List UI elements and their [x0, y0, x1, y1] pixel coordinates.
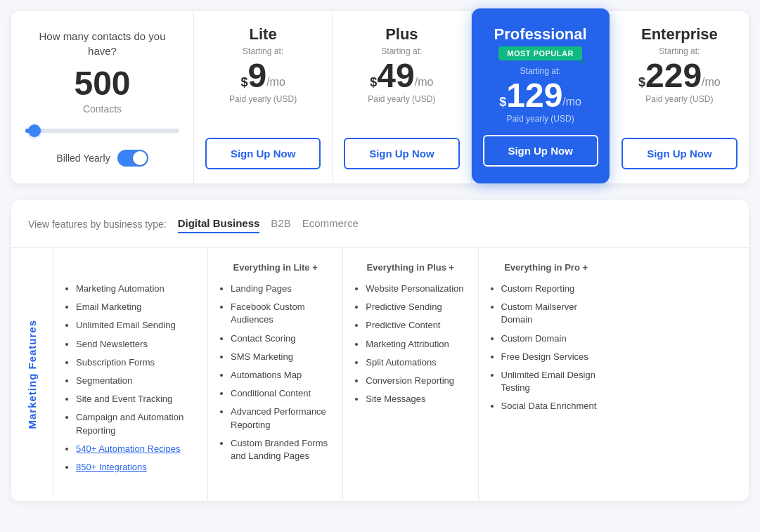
plan-professional-name: Professional [494, 25, 587, 44]
plan-plus: Plus Starting at: $ 49 /mo Paid yearly (… [333, 11, 471, 183]
enterprise-signup-button[interactable]: Sign Up Now [621, 138, 738, 169]
pricing-grid: How many contacts do you have? 500 Conta… [11, 11, 749, 183]
feature-enterprise-header: Everything in Pro + [490, 262, 603, 273]
feature-enterprise-list: Custom Reporting Custom Mailserver Domai… [490, 283, 603, 413]
feature-col-plus: Everything in Lite + Landing Pages Faceb… [208, 248, 343, 501]
contact-selector: How many contacts do you have? 500 Conta… [11, 11, 194, 183]
plan-lite-starting: Starting at: [243, 46, 283, 56]
contact-count: 500 [74, 67, 130, 100]
plan-plus-price-row: $ 49 /mo [370, 59, 433, 93]
features-section: View features by business type: Digital … [11, 200, 749, 501]
plan-plus-dollar: $ [370, 72, 377, 93]
list-item: Predictive Sending [366, 301, 466, 313]
list-item: Custom Reporting [501, 283, 603, 295]
list-item: Campaign and Automation Reporting [76, 411, 196, 436]
feature-lite-list: Marketing Automation Email Marketing Unl… [65, 283, 196, 437]
integrations-link[interactable]: 850+ Integrations [76, 462, 147, 472]
list-item: Marketing Attribution [366, 338, 466, 351]
feature-plus-header: Everything in Lite + [219, 262, 331, 273]
list-item: Landing Pages [231, 283, 331, 295]
automation-recipes-link[interactable]: 540+ Automation Recipes [76, 443, 181, 454]
list-item: Contact Scoring [231, 332, 331, 345]
list-item: Site and Event Tracking [76, 393, 196, 406]
list-item: Custom Domain [501, 332, 603, 345]
plan-plus-mo: /mo [415, 72, 434, 93]
list-item: Email Marketing [76, 301, 196, 313]
plan-enterprise-dollar: $ [638, 72, 645, 93]
contact-question: How many contacts do you have? [25, 29, 179, 58]
list-item: Predictive Content [366, 319, 466, 332]
list-item: Website Personalization [366, 283, 466, 295]
tab-digital-business[interactable]: Digital Business [178, 214, 260, 233]
tab-b2b[interactable]: B2B [271, 214, 290, 233]
list-item: Free Design Services [501, 351, 603, 363]
list-item: Social Data Enrichment [501, 400, 603, 413]
plan-professional-mo: /mo [562, 92, 581, 112]
list-item: SMS Marketing [231, 351, 331, 363]
features-grid: Marketing Features Marketing Automation … [11, 248, 749, 501]
list-item: Split Automations [366, 356, 466, 369]
contact-label: Contacts [83, 103, 122, 115]
plan-plus-amount: 49 [377, 59, 414, 93]
toggle-knob [133, 151, 147, 165]
feature-col-professional: Everything in Plus + Website Personaliza… [343, 248, 478, 501]
plan-enterprise-yearly: Paid yearly (USD) [645, 94, 713, 104]
main-container: How many contacts do you have? 500 Conta… [0, 0, 760, 512]
plan-lite-dollar: $ [240, 72, 247, 93]
plan-plus-name: Plus [385, 25, 418, 44]
professional-signup-button[interactable]: Sign Up Now [483, 135, 598, 167]
plan-enterprise-starting: Starting at: [659, 46, 700, 56]
plan-enterprise-price-row: $ 229 /mo [638, 59, 721, 93]
feature-col-enterprise: Everything in Pro + Custom Reporting Cus… [479, 248, 614, 501]
tabs-header: View features by business type: Digital … [11, 200, 749, 248]
feature-lite-header [65, 262, 196, 273]
billing-toggle[interactable] [117, 150, 148, 167]
feature-lite-links: 540+ Automation Recipes 850+ Integration… [65, 443, 196, 474]
plan-professional: Professional MOST POPULAR Starting at: $… [472, 8, 610, 183]
plan-enterprise-amount: 229 [645, 59, 702, 93]
plan-plus-starting: Starting at: [381, 46, 422, 56]
list-item: Advanced Performance Reporting [231, 406, 331, 431]
list-item: Site Messages [366, 393, 466, 406]
lite-signup-button[interactable]: Sign Up Now [205, 138, 321, 169]
list-item: Segmentation [76, 375, 196, 387]
plan-professional-yearly: Paid yearly (USD) [507, 114, 574, 124]
list-item: Automations Map [231, 369, 331, 382]
list-item: Conversion Reporting [366, 375, 466, 387]
list-item: Conditional Content [231, 387, 331, 400]
list-item: Subscription Forms [76, 356, 196, 369]
plan-lite-name: Lite [250, 25, 277, 44]
tab-ecommerce[interactable]: Ecommerce [302, 214, 359, 233]
list-item: Facebook Custom Audiences [231, 301, 331, 326]
feature-col-lite: Marketing Automation Email Marketing Unl… [53, 248, 208, 501]
list-item: Custom Mailserver Domain [501, 301, 603, 326]
plan-enterprise: Enterprise Starting at: $ 229 /mo Paid y… [610, 11, 749, 183]
plan-professional-amount: 129 [506, 79, 562, 112]
feature-professional-header: Everything in Plus + [354, 262, 466, 273]
list-item: Unlimited Email Design Testing [501, 369, 603, 394]
plan-lite-yearly: Paid yearly (USD) [229, 94, 297, 104]
plan-enterprise-mo: /mo [702, 72, 721, 93]
list-item: 850+ Integrations [76, 461, 196, 474]
plan-lite-price-row: $ 9 /mo [240, 59, 285, 93]
popular-badge: MOST POPULAR [498, 46, 582, 60]
list-item: Marketing Automation [76, 283, 196, 295]
plan-plus-yearly: Paid yearly (USD) [368, 94, 435, 104]
list-item: Send Newsletters [76, 338, 196, 351]
contact-slider-track[interactable] [25, 129, 179, 133]
billing-label: Billed Yearly [56, 153, 110, 164]
plan-lite-amount: 9 [247, 59, 266, 93]
list-item: 540+ Automation Recipes [76, 443, 196, 455]
feature-sidebar: Marketing Features [11, 248, 53, 501]
plan-professional-dollar: $ [499, 92, 506, 112]
plan-lite-mo: /mo [266, 72, 285, 93]
tabs-label: View features by business type: [28, 219, 167, 230]
plan-lite: Lite Starting at: $ 9 /mo Paid yearly (U… [194, 11, 333, 183]
list-item: Custom Branded Forms and Landing Pages [231, 437, 331, 462]
feature-plus-list: Landing Pages Facebook Custom Audiences … [219, 283, 331, 462]
slider-thumb [28, 124, 41, 137]
plan-professional-price-row: $ 129 /mo [499, 79, 581, 112]
billing-row: Billed Yearly [56, 150, 148, 167]
plus-signup-button[interactable]: Sign Up Now [344, 138, 459, 169]
list-item: Unlimited Email Sending [76, 319, 196, 332]
